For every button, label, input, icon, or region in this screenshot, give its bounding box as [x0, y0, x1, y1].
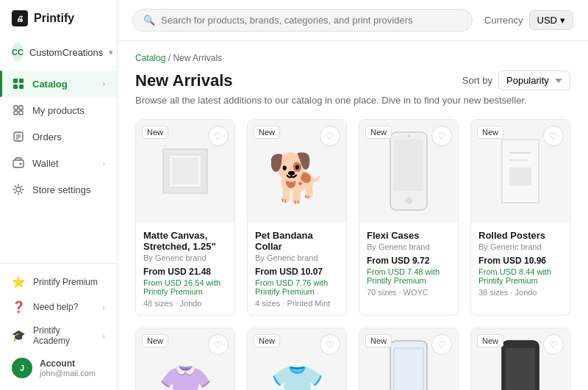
new-badge: New: [365, 126, 392, 139]
sort-select[interactable]: Popularity: [498, 71, 570, 90]
svg-rect-12: [13, 160, 24, 167]
product-grid: New ♡ Matte Canvas, Stretched, 1.25" By …: [135, 119, 570, 390]
product-price: From USD 10.07: [255, 267, 339, 277]
premium-icon: ⭐: [12, 275, 26, 289]
wallet-icon: [12, 156, 25, 170]
new-badge: New: [254, 334, 280, 347]
product-price: From USD 10.96: [478, 256, 562, 266]
main-content: 🔍 Currency USD ▾ Catalog / New Arrivals …: [118, 0, 588, 390]
product-price: From USD 9.72: [367, 256, 451, 266]
new-badge: New: [254, 126, 280, 139]
help-icon: ❓: [12, 300, 26, 314]
store-settings-icon: [12, 183, 25, 196]
content-area: Catalog / New Arrivals New Arrivals Sort…: [118, 41, 588, 390]
product-card[interactable]: New ♡ Flexi Cases By Generic brand From …: [359, 119, 459, 316]
svg-rect-4: [14, 106, 18, 109]
new-badge: New: [142, 334, 168, 347]
product-premium-price: From USD 7.48 with Printify Premium: [367, 267, 451, 285]
sidebar-item-premium[interactable]: ⭐ Printify Premium: [0, 270, 117, 295]
page-title: New Arrivals: [135, 71, 232, 90]
favorite-button[interactable]: ♡: [320, 126, 340, 146]
favorite-button[interactable]: ♡: [208, 126, 229, 146]
product-card[interactable]: New ♡ 🐕 Pet Bandana Collar By Generic br…: [247, 119, 347, 316]
svg-rect-17: [172, 158, 198, 184]
sidebar-item-need-help[interactable]: ❓ Need help? ›: [0, 295, 117, 319]
product-image: New ♡: [359, 328, 458, 390]
user-email: john@mail.com: [40, 369, 105, 378]
logo-text: Printify: [34, 12, 74, 25]
sidebar: 🖨 Printify CC CustomCreations ▾ Catalog …: [0, 0, 118, 390]
currency-label: Currency: [484, 15, 523, 26]
product-price: From USD 21.48: [143, 267, 227, 277]
svg-rect-6: [14, 111, 18, 115]
product-brand: By Generic brand: [255, 253, 339, 262]
sidebar-item-account[interactable]: J Account john@mail.com: [0, 352, 117, 384]
svg-rect-3: [19, 84, 24, 89]
favorite-button[interactable]: ♡: [431, 334, 452, 355]
product-meta: 4 sizes · Printed Mint: [255, 299, 339, 308]
main-nav: Catalog › My products Orders Wallet ›: [0, 68, 117, 263]
new-badge: New: [365, 334, 392, 347]
favorite-button[interactable]: ♡: [543, 334, 564, 355]
sidebar-item-store-settings[interactable]: Store settings: [0, 176, 117, 203]
svg-point-13: [20, 163, 22, 165]
sidebar-item-academy[interactable]: 🎓 Printify Academy ›: [0, 319, 117, 352]
academy-chevron-icon: ›: [102, 331, 105, 340]
sidebar-item-catalog[interactable]: Catalog ›: [0, 71, 117, 97]
product-name: Flexi Cases: [367, 230, 451, 241]
chevron-right-icon: ›: [103, 80, 105, 88]
breadcrumb: Catalog / New Arrivals: [135, 53, 570, 63]
product-card[interactable]: New ♡ 👚 Women's T-Shirt By Generic brand…: [135, 328, 235, 390]
new-badge: New: [477, 126, 503, 139]
account-avatar: CC: [12, 43, 24, 62]
product-name: Pet Bandana Collar: [255, 230, 339, 252]
breadcrumb-catalog[interactable]: Catalog: [135, 53, 165, 63]
product-meta: 48 sizes · Jondo: [143, 299, 227, 308]
product-meta: 38 sizes · Jondo: [478, 288, 562, 297]
svg-rect-2: [13, 84, 18, 89]
user-avatar: J: [12, 358, 32, 378]
svg-rect-0: [13, 79, 18, 83]
orders-label: Orders: [32, 131, 105, 142]
product-image: New ♡ 👕: [248, 328, 346, 390]
sidebar-item-orders[interactable]: Orders: [0, 123, 117, 150]
product-name: Matte Canvas, Stretched, 1.25": [143, 230, 227, 252]
my-products-icon: [12, 104, 25, 117]
product-image: New ♡ 🐕: [248, 120, 346, 223]
svg-rect-29: [506, 348, 535, 390]
currency-chevron-icon: ▾: [560, 15, 565, 26]
favorite-button[interactable]: ♡: [543, 126, 564, 146]
product-card[interactable]: New ♡ Rolled Posters By Generic brand Fr…: [470, 119, 570, 316]
product-card[interactable]: New ♡ Clear Phone Case By Generic brand …: [359, 328, 459, 390]
wallet-chevron-icon: ›: [103, 159, 105, 167]
svg-rect-19: [394, 140, 423, 191]
logo-icon: 🖨: [12, 10, 28, 26]
account-switcher[interactable]: CC CustomCreations ▾: [0, 37, 117, 68]
currency-value: USD: [537, 15, 557, 26]
academy-label: Printify Academy: [33, 325, 95, 346]
favorite-button[interactable]: ♡: [320, 334, 340, 355]
product-image: New ♡: [136, 120, 234, 223]
product-premium-price: From USD 16.54 with Printify Premium: [143, 278, 227, 296]
search-icon: 🔍: [143, 15, 155, 26]
product-brand: By Generic brand: [367, 242, 451, 251]
search-bar[interactable]: 🔍: [132, 9, 473, 32]
catalog-icon: [12, 77, 25, 90]
product-card[interactable]: New ♡ Matte Canvas, Stretched, 1.25" By …: [135, 119, 235, 316]
account-name: CustomCreations: [29, 47, 103, 58]
favorite-button[interactable]: ♡: [431, 126, 452, 146]
sidebar-item-wallet[interactable]: Wallet ›: [0, 150, 117, 176]
svg-rect-5: [19, 106, 23, 109]
new-badge: New: [142, 126, 168, 139]
svg-rect-7: [19, 111, 23, 115]
currency-selector[interactable]: USD ▾: [529, 10, 573, 30]
sidebar-item-my-products[interactable]: My products: [0, 97, 117, 123]
catalog-label: Catalog: [32, 79, 96, 90]
product-name: Rolled Posters: [478, 230, 562, 241]
svg-rect-1: [19, 79, 24, 83]
product-card[interactable]: New ♡ Black Phone Case By Generic brand …: [470, 328, 570, 390]
favorite-button[interactable]: ♡: [208, 334, 229, 355]
product-card[interactable]: New ♡ 👕 Men's T-Shirt By Generic brand F…: [247, 328, 347, 390]
product-premium-price: From USD 7.76 with Printify Premium: [255, 278, 339, 296]
search-input[interactable]: [161, 15, 462, 26]
